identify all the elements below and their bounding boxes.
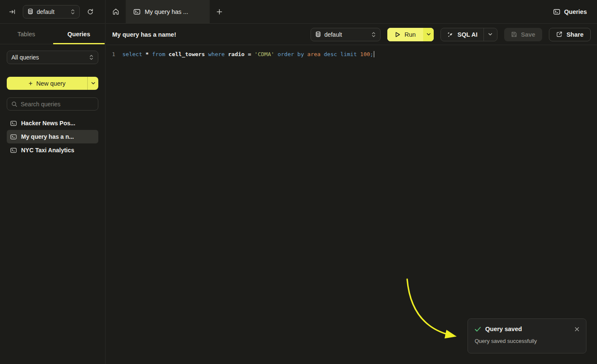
sql-ai-dropdown[interactable] xyxy=(484,28,497,41)
terminal-icon xyxy=(10,134,17,140)
toolbar-controls: default Run xyxy=(311,28,591,41)
plus-icon: + xyxy=(29,80,32,87)
refresh-button[interactable] xyxy=(84,5,97,18)
query-list-item[interactable]: NYC Taxi Analytics xyxy=(7,143,98,157)
sidebar-body: All queries + New query xyxy=(0,44,105,157)
database-select[interactable]: default xyxy=(23,5,80,19)
share-button-label: Share xyxy=(567,31,583,38)
play-icon xyxy=(395,32,400,38)
terminal-icon xyxy=(553,8,560,15)
sql-token-keyword: limit xyxy=(340,51,360,57)
query-item-label: NYC Taxi Analytics xyxy=(21,147,74,154)
sql-token-keyword: where xyxy=(208,51,228,57)
sidebar-tab-queries-label: Queries xyxy=(68,31,90,38)
sql-token-field: area xyxy=(307,51,324,57)
text-cursor xyxy=(374,51,375,57)
check-icon xyxy=(475,326,481,332)
chevron-updown-icon xyxy=(70,9,75,15)
tab-underline xyxy=(53,43,105,44)
query-toolbar: My query has a name! default xyxy=(106,24,597,45)
sql-ai-button[interactable]: SQL AI xyxy=(440,28,497,41)
tab-strip: My query has ... Queries xyxy=(105,0,597,23)
sql-token-identifier: radio xyxy=(228,51,248,57)
chevron-down-icon xyxy=(427,33,431,36)
toast-title: Query saved xyxy=(485,326,570,332)
sidebar-tab-tables-label: Tables xyxy=(17,31,35,38)
query-list: Hacker News Pos... My query has a n... N… xyxy=(7,116,98,157)
sidebar: Tables Queries All queries + New query xyxy=(0,24,105,364)
sql-ai-main[interactable]: SQL AI xyxy=(441,28,484,41)
search-icon xyxy=(11,101,17,107)
topbar: default xyxy=(0,0,597,24)
toast-header: Query saved xyxy=(475,326,579,332)
chevron-updown-icon xyxy=(371,32,376,38)
query-list-item-selected[interactable]: My query has a n... xyxy=(7,130,98,143)
chevron-down-icon xyxy=(488,33,492,36)
code-line[interactable]: 1 select * from cell_towers where radio … xyxy=(106,50,597,59)
tab-my-query[interactable]: My query has ... xyxy=(126,0,210,23)
query-list-item[interactable]: Hacker News Pos... xyxy=(7,116,98,130)
run-button-label: Run xyxy=(405,31,416,38)
new-query-main[interactable]: + New query xyxy=(7,77,87,90)
plus-icon xyxy=(216,9,222,15)
refresh-icon xyxy=(87,8,94,15)
terminal-icon xyxy=(10,120,17,127)
save-button[interactable]: Save xyxy=(504,28,542,41)
new-query-label: New query xyxy=(36,80,65,87)
new-query-button[interactable]: + New query xyxy=(7,77,98,90)
tab-label: My query has ... xyxy=(145,8,188,15)
share-button[interactable]: Share xyxy=(549,28,591,41)
collapse-sidebar-button[interactable] xyxy=(6,5,19,18)
toast-query-saved: Query saved Query saved successfully xyxy=(467,318,586,353)
save-button-label: Save xyxy=(521,31,535,38)
run-button-main[interactable]: Run xyxy=(387,28,424,41)
query-item-label: My query has a n... xyxy=(21,133,74,140)
run-database-select[interactable]: default xyxy=(311,28,381,41)
chevron-down-icon xyxy=(91,82,95,85)
query-filter-select[interactable]: All queries xyxy=(7,51,98,64)
sql-code: select * from cell_towers where radio = … xyxy=(122,51,373,57)
new-query-dropdown[interactable] xyxy=(87,77,98,90)
search-queries-input[interactable] xyxy=(21,101,97,108)
sql-token-number: 100 xyxy=(360,51,370,57)
run-button[interactable]: Run xyxy=(387,28,434,41)
toast-message: Query saved successfully xyxy=(473,338,579,344)
terminal-icon xyxy=(133,8,140,15)
database-icon xyxy=(27,8,33,15)
sql-token-keyword: select xyxy=(122,51,146,57)
query-filter-value: All queries xyxy=(11,54,86,61)
sidebar-tab-queries[interactable]: Queries xyxy=(53,24,105,44)
queries-button-label: Queries xyxy=(564,8,587,15)
home-icon xyxy=(112,8,119,15)
share-icon xyxy=(556,31,562,38)
sparkles-icon xyxy=(447,31,454,38)
terminal-icon xyxy=(10,147,17,154)
sql-token-keyword: from xyxy=(152,51,168,57)
queries-button[interactable]: Queries xyxy=(548,0,597,23)
sql-token-identifier: cell_towers xyxy=(169,51,208,57)
save-icon xyxy=(511,31,517,38)
topbar-spacer xyxy=(229,0,548,23)
topbar-left-section: default xyxy=(0,0,105,23)
database-select-value: default xyxy=(37,8,67,15)
sql-token-keyword: ; xyxy=(370,51,373,57)
run-dropdown[interactable] xyxy=(423,28,434,41)
run-database-value: default xyxy=(324,31,368,38)
main-area: My query has a name! default xyxy=(106,24,597,364)
new-tab-button[interactable] xyxy=(210,0,229,23)
sidebar-tab-tables[interactable]: Tables xyxy=(0,24,53,44)
collapse-sidebar-icon xyxy=(9,8,16,15)
sidebar-tabs: Tables Queries xyxy=(0,24,105,44)
line-number: 1 xyxy=(106,51,115,57)
query-title: My query has a name! xyxy=(112,31,311,38)
sql-editor[interactable]: 1 select * from cell_towers where radio … xyxy=(106,45,597,59)
search-queries-box xyxy=(7,97,98,111)
database-icon xyxy=(315,31,321,38)
sql-token-keyword: desc xyxy=(324,51,340,57)
home-button[interactable] xyxy=(105,0,126,23)
sql-token-string: 'CDMA' xyxy=(254,51,278,57)
sql-token-identifier: = xyxy=(248,51,254,57)
sql-token-identifier: * xyxy=(146,51,152,57)
close-icon[interactable] xyxy=(575,327,579,332)
query-item-label: Hacker News Pos... xyxy=(21,120,75,127)
